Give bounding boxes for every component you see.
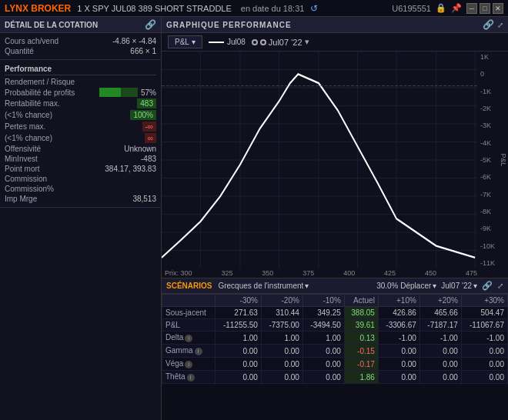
close-button[interactable]: ✕ xyxy=(493,3,503,14)
cell-value: 0.00 xyxy=(261,358,302,371)
window-controls[interactable]: ─ □ ✕ xyxy=(466,3,503,14)
chart-header: GRAPHIQUE PERFORMANCE 🔗 ⤢ xyxy=(162,17,508,33)
minimize-button[interactable]: ─ xyxy=(466,3,477,14)
info-icon[interactable]: i xyxy=(185,361,192,368)
x-label-325: 325 xyxy=(221,269,232,277)
info-icon[interactable]: i xyxy=(187,374,195,382)
chart-header-controls: 🔗 ⤢ xyxy=(483,19,503,30)
pin-icon[interactable]: 📌 xyxy=(451,3,462,13)
cell-value: 465.66 xyxy=(419,307,461,319)
row-label: Végai xyxy=(162,358,216,371)
link-icon[interactable]: 🔗 xyxy=(145,19,156,30)
col-header-pos20: +20% xyxy=(419,295,461,307)
rentabilite-chance-label: (<1% chance) xyxy=(5,111,52,119)
pl-dropdown[interactable]: P&L ▾ xyxy=(168,35,202,48)
perf-header: Performance xyxy=(5,63,156,75)
chart-container: 1K 0 -1K -2K -3K -4K -5K -6K -7K -8K -9K… xyxy=(162,52,508,278)
chart-title: GRAPHIQUE PERFORMANCE xyxy=(166,21,292,29)
rendement-row: Rendement / Risque xyxy=(5,77,156,87)
profit-pct: 57% xyxy=(141,88,156,97)
pl-curve xyxy=(162,74,475,258)
y-label-neg3k: -3K xyxy=(480,122,506,129)
cotation-details: Cours ach/vend -4.86 × -4.84 Quantité 66… xyxy=(0,33,161,60)
main-container: DÉTAIL DE LA COTATION 🔗 Cours ach/vend -… xyxy=(0,17,508,420)
scenarios-table: -30% -20% -10% Actuel +10% +20% +30% Sou… xyxy=(162,294,508,384)
probabilite-label: Probabilité de profits xyxy=(5,88,75,97)
x-label-375: 375 xyxy=(302,269,314,277)
legend-dropdown-icon[interactable]: ▾ xyxy=(305,37,309,47)
profit-bar-fill xyxy=(99,88,122,97)
rentabilite-row: Rentabilité max. 483 xyxy=(5,98,156,109)
legend-jul08: Jul08 xyxy=(209,38,246,46)
cell-value: -7375.00 xyxy=(261,319,302,332)
cours-label: Cours ach/vend xyxy=(5,37,58,45)
col-header-neg20: -20% xyxy=(261,295,302,307)
legend-jul07-dot xyxy=(252,39,258,45)
y-label-neg11k: -11K xyxy=(480,259,506,267)
deplacer-dropdown[interactable]: 30.0% Déplacer ▾ xyxy=(376,282,436,290)
account-id: U6195551 xyxy=(392,4,431,13)
y-label-neg4k: -4K xyxy=(480,139,506,147)
lock-icon: 🔒 xyxy=(436,3,446,13)
date-dropdown[interactable]: Jul07 '22 ▾ xyxy=(441,282,477,290)
detail-header: DÉTAIL DE LA COTATION 🔗 xyxy=(0,17,161,33)
performance-section: Performance Rendement / Risque Probabili… xyxy=(0,60,161,208)
y-axis-title: P&L xyxy=(499,153,506,166)
cours-value: -4.86 × -4.84 xyxy=(112,37,156,45)
cell-value: 0.00 xyxy=(261,345,302,358)
rentabilite-pct: 100% xyxy=(130,110,156,120)
commission-pct-label: Commission% xyxy=(5,185,54,193)
x-label-475: 475 xyxy=(466,269,477,277)
cell-value: 0.00 xyxy=(215,371,261,384)
link-icon-scenarios[interactable]: 🔗 xyxy=(482,281,493,291)
left-panel: DÉTAIL DE LA COTATION 🔗 Cours ach/vend -… xyxy=(0,17,162,420)
chart-expand-icon[interactable]: ⤢ xyxy=(497,21,503,29)
rentabilite-label: Rentabilité max. xyxy=(5,99,60,108)
expand-icon-scenarios[interactable]: ⤢ xyxy=(497,282,503,290)
mininvest-row: MinInvest -483 xyxy=(5,154,156,164)
cell-value: 0.00 xyxy=(461,345,507,358)
y-label-neg6k: -6K xyxy=(480,173,506,181)
pointmort-label: Point mort xyxy=(5,165,40,173)
rendement-label: Rendement / Risque xyxy=(5,78,75,86)
table-row: Sous-jacent271.63310.44349.25388.05426.8… xyxy=(162,307,508,319)
chain-icon[interactable]: 🔗 xyxy=(483,19,494,30)
cell-value: 0.00 xyxy=(461,358,507,371)
cell-value: 1.00 xyxy=(302,332,344,345)
table-row: P&L-11255.50-7375.00-3494.5039.61-3306.6… xyxy=(162,319,508,332)
info-icon[interactable]: i xyxy=(185,335,192,342)
row-label: Thêtai xyxy=(162,371,216,384)
offensivite-value: Unknown xyxy=(124,145,156,153)
imp-mrge-row: Imp Mrge 38,513 xyxy=(5,194,156,204)
cell-value: 388.05 xyxy=(344,307,378,319)
grecques-dropdown[interactable]: Grecques de l'instrument ▾ xyxy=(218,282,309,290)
x-label-425: 425 xyxy=(384,269,396,277)
maximize-button[interactable]: □ xyxy=(480,3,490,14)
cell-value: 0.00 xyxy=(302,358,344,371)
cell-value: -3494.50 xyxy=(302,319,344,332)
info-icon[interactable]: i xyxy=(195,348,202,355)
cell-value: 0.00 xyxy=(261,371,302,384)
cell-value: 271.63 xyxy=(215,307,261,319)
y-label-neg2k: -2K xyxy=(480,105,506,112)
cell-value: 349.25 xyxy=(302,307,344,319)
pointmort-row: Point mort 384.17, 393.83 xyxy=(5,164,156,174)
chart-area: 1K 0 -1K -2K -3K -4K -5K -6K -7K -8K -9K… xyxy=(162,52,508,268)
y-label-1k: 1K xyxy=(480,53,506,61)
chart-svg xyxy=(162,52,477,268)
scenarios-header: SCÉNARIOS Grecques de l'instrument ▾ 30.… xyxy=(162,278,508,294)
x-axis-labels: Prix: 300 325 350 375 400 425 450 475 xyxy=(162,268,477,278)
cell-value: 0.00 xyxy=(419,358,461,371)
refresh-icon[interactable]: ↺ xyxy=(310,3,318,14)
cell-value: 504.47 xyxy=(461,307,507,319)
cell-value: -0.17 xyxy=(344,358,378,371)
chevron-down-icon: ▾ xyxy=(473,282,477,290)
scenarios-right: 30.0% Déplacer ▾ Jul07 '22 ▾ 🔗 ⤢ xyxy=(376,281,503,291)
table-row: Deltai1.001.001.000.13-1.00-1.00-1.00 xyxy=(162,332,508,345)
cell-value: -1.00 xyxy=(378,332,419,345)
table-row: Thêtai0.000.000.001.860.000.000.00 xyxy=(162,371,508,384)
mininvest-value: -483 xyxy=(141,155,156,163)
imp-mrge-value: 38,513 xyxy=(132,195,156,203)
y-label-neg9k: -9K xyxy=(480,225,506,232)
cell-value: -0.15 xyxy=(344,345,378,358)
